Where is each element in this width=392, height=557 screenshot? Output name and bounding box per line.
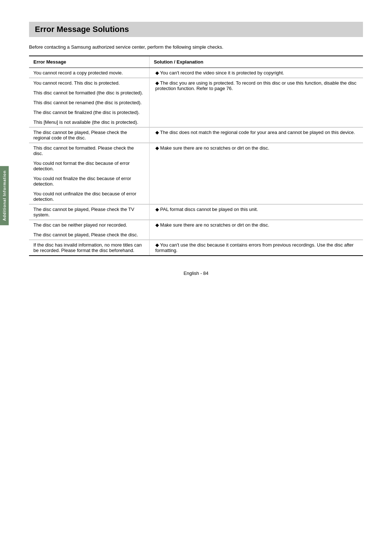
- col-solution: Solution / Explanation: [149, 56, 363, 68]
- table-row: You cannot record. This disc is protecte…: [29, 78, 363, 88]
- error-message-cell: You could not finalize the disc because …: [29, 174, 149, 189]
- error-message-cell: You could not format the disc because of…: [29, 158, 149, 174]
- error-message-cell: If the disc has invalid information, no …: [29, 240, 149, 256]
- error-message-cell: The disc cannot be finalized (the disc i…: [29, 107, 149, 117]
- solution-cell: ◆ The disc you are using is protected. T…: [149, 78, 363, 127]
- solution-cell: ◆ You can't use the disc because it cont…: [149, 240, 363, 256]
- error-table: Error Message Solution / Explanation You…: [29, 56, 363, 256]
- solution-cell: ◆ The disc does not match the regional c…: [149, 127, 363, 143]
- page-footer: English - 84: [29, 271, 363, 276]
- page-title: Error Message Solutions: [29, 22, 363, 37]
- table-row: The disc can be neither played nor recor…: [29, 220, 363, 230]
- error-message-cell: You could not unfinalize the disc becaus…: [29, 189, 149, 204]
- solution-cell: ◆ PAL format discs cannot be played on t…: [149, 204, 363, 220]
- solution-cell: ◆ You can't record the video since it is…: [149, 68, 363, 78]
- table-row: You cannot record a copy protected movie…: [29, 68, 363, 78]
- error-message-cell: This disc cannot be renamed (the disc is…: [29, 98, 149, 107]
- error-message-cell: The disc cannot be played, Please check …: [29, 127, 149, 143]
- table-header-row: Error Message Solution / Explanation: [29, 56, 363, 68]
- table-row: The disc cannot be played, Please check …: [29, 127, 363, 143]
- table-row: If the disc has invalid information, no …: [29, 240, 363, 256]
- error-message-cell: The disc cannot be played, Please check …: [29, 230, 149, 240]
- error-message-cell: The disc can be neither played nor recor…: [29, 220, 149, 230]
- col-error-message: Error Message: [29, 56, 149, 68]
- error-message-cell: This disc cannot be formatted (the disc …: [29, 88, 149, 98]
- intro-text: Before contacting a Samsung authorized s…: [29, 44, 363, 50]
- table-row: This disc cannot be formatted. Please ch…: [29, 143, 363, 159]
- solution-cell: ◆ Make sure there are no scratches or di…: [149, 220, 363, 240]
- error-message-cell: You cannot record. This disc is protecte…: [29, 78, 149, 88]
- error-message-cell: This [Menu] is not available (the disc i…: [29, 117, 149, 127]
- error-message-cell: You cannot record a copy protected movie…: [29, 68, 149, 78]
- sidebar-label: Additional Information: [0, 166, 9, 225]
- page-container: Error Message Solutions Before contactin…: [0, 0, 392, 298]
- solution-cell: ◆ Make sure there are no scratches or di…: [149, 143, 363, 204]
- error-message-cell: This disc cannot be formatted. Please ch…: [29, 143, 149, 159]
- error-message-cell: The disc cannot be played, Please check …: [29, 204, 149, 220]
- table-row: The disc cannot be played, Please check …: [29, 204, 363, 220]
